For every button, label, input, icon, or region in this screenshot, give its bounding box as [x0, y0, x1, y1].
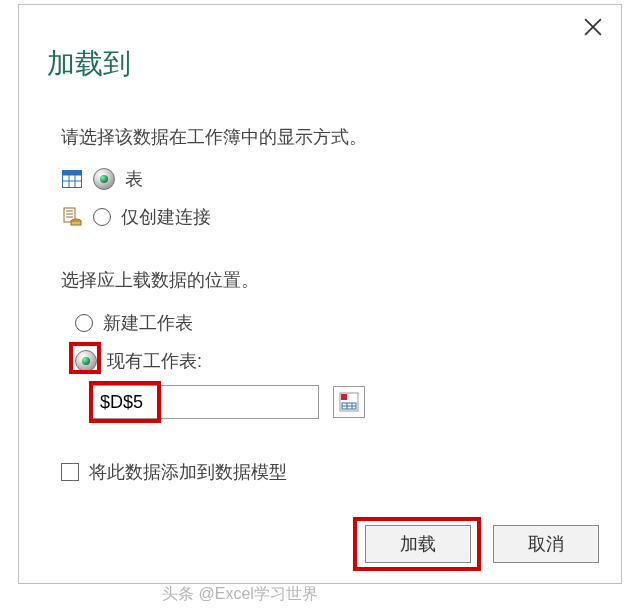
load-to-dialog: 加载到 请选择该数据在工作簿中的显示方式。 表 [18, 4, 622, 584]
range-picker-button[interactable] [333, 386, 365, 418]
existing-sheet-radio[interactable] [75, 350, 97, 372]
dialog-title: 加载到 [47, 45, 131, 83]
add-to-model-checkbox[interactable] [61, 463, 79, 481]
close-button[interactable] [579, 13, 607, 41]
option-connection-row[interactable]: 仅创建连接 [61, 205, 211, 229]
load-button[interactable]: 加载 [365, 525, 471, 563]
table-radio[interactable] [93, 168, 115, 190]
add-to-model-label: 将此数据添加到数据模型 [89, 460, 287, 484]
close-icon [584, 18, 602, 36]
option-new-sheet-label: 新建工作表 [103, 311, 193, 335]
option-existing-sheet-row[interactable]: 现有工作表: [75, 349, 202, 373]
svg-rect-14 [341, 394, 347, 400]
table-icon [61, 168, 83, 190]
svg-rect-12 [71, 221, 81, 225]
location-prompt: 选择应上载数据的位置。 [61, 268, 259, 292]
option-new-sheet-row[interactable]: 新建工作表 [75, 311, 193, 335]
option-connection-label: 仅创建连接 [121, 205, 211, 229]
option-table-label: 表 [125, 167, 143, 191]
connection-icon [61, 206, 83, 228]
cell-reference-row [91, 385, 365, 419]
option-existing-sheet-label: 现有工作表: [107, 349, 202, 373]
new-sheet-radio[interactable] [75, 314, 93, 332]
cell-reference-input[interactable] [91, 385, 319, 419]
svg-rect-3 [63, 171, 82, 176]
display-mode-prompt: 请选择该数据在工作簿中的显示方式。 [61, 125, 367, 149]
cancel-button[interactable]: 取消 [493, 525, 599, 563]
watermark-text: 头条 @Excel学习世界 [0, 584, 480, 605]
option-table-row[interactable]: 表 [61, 167, 143, 191]
add-to-model-row[interactable]: 将此数据添加到数据模型 [61, 460, 287, 484]
connection-radio[interactable] [93, 208, 111, 226]
range-picker-icon [339, 392, 359, 412]
